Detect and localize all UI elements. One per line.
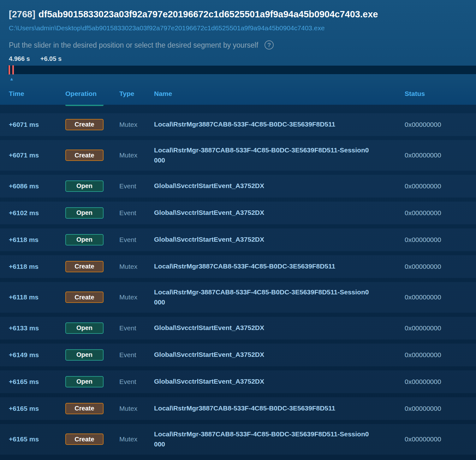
timeline-slider[interactable] (8, 66, 476, 74)
row-time: +6071 ms (0, 121, 65, 128)
row-name: Global\SvcctrlStartEvent_A3752DX (154, 208, 398, 218)
operation-button[interactable]: Create (65, 292, 104, 303)
table-row[interactable]: +6118 ms Create Mutex Local\RstrMgr-3887… (0, 282, 476, 313)
operation-button[interactable]: Create (65, 261, 104, 272)
table-row[interactable]: +6071 ms Create Mutex Local\RstrMgr-3887… (0, 140, 476, 171)
column-header-type: Type (119, 90, 154, 97)
row-status: 0x00000000 (398, 324, 476, 332)
table-row[interactable]: +6118 ms Open Event Global\SvcctrlStartE… (0, 228, 476, 251)
slider-start-time-label: 4.966 s (9, 55, 30, 62)
page-title: [2768]df5ab9015833023a03f92a797e20196672… (0, 9, 476, 20)
row-status: 0x00000000 (398, 182, 476, 190)
row-status: 0x00000000 (398, 236, 476, 244)
row-name: Global\SvcctrlStartEvent_A3752DX (154, 376, 398, 387)
table-row[interactable]: +6165 ms Open Event Global\SvcctrlStartE… (0, 370, 476, 393)
column-header-name: Name (154, 89, 398, 99)
slider-range-label: +6.05 s (40, 55, 62, 62)
process-path-link[interactable]: C:\Users\admin\Desktop\df5ab9015833023a0… (0, 24, 476, 32)
operation-button[interactable]: Open (65, 207, 104, 219)
row-name: Global\SvcctrlStartEvent_A3752DX (154, 234, 398, 245)
column-header-operation: Operation (65, 90, 119, 97)
row-status: 0x00000000 (398, 293, 476, 301)
operation-button[interactable]: Open (65, 180, 104, 192)
row-time: +6165 ms (0, 405, 65, 412)
column-header-status: Status (398, 90, 476, 97)
table-row[interactable]: +6071 ms Create Mutex Local\RstrMgr3887C… (0, 113, 476, 136)
row-status: 0x00000000 (398, 405, 476, 412)
row-name: Local\RstrMgr-3887CAB8-533F-4C85-B0DC-3E… (154, 145, 398, 166)
row-time: +6086 ms (0, 182, 65, 190)
operation-button[interactable]: Create (65, 150, 104, 161)
operation-button[interactable]: Open (65, 234, 104, 245)
row-time: +6118 ms (0, 263, 65, 270)
row-type: Event (119, 378, 154, 386)
row-type: Event (119, 351, 154, 359)
row-name: Local\RstrMgr-3887CAB8-533F-4C85-B0DC-3E… (154, 287, 398, 308)
table-row[interactable]: +6118 ms Create Mutex Local\RstrMgr3887C… (0, 255, 476, 278)
row-name: Local\RstrMgr-3887CAB8-533F-4C85-B0DC-3E… (154, 429, 398, 450)
row-type: Mutex (119, 405, 154, 412)
process-pid: [2768] (9, 9, 35, 19)
process-events-panel: [2768]df5ab9015833023a03f92a797e20196672… (0, 0, 476, 460)
collapse-arrow-icon[interactable]: ▲ (9, 77, 17, 81)
row-name: Global\SvcctrlStartEvent_A3752DX (154, 323, 398, 333)
process-header: [2768]df5ab9015833023a03f92a797e20196672… (0, 0, 476, 105)
row-type: Mutex (119, 151, 154, 159)
row-status: 0x00000000 (398, 121, 476, 128)
operation-button[interactable]: Create (65, 119, 104, 130)
help-icon[interactable]: ? (265, 40, 274, 50)
row-status: 0x00000000 (398, 435, 476, 443)
row-type: Event (119, 236, 154, 244)
row-time: +6133 ms (0, 324, 65, 332)
row-status: 0x00000000 (398, 378, 476, 386)
row-name: Local\RstrMgr3887CAB8-533F-4C85-B0DC-3E5… (154, 261, 398, 272)
slider-handle-end[interactable] (12, 65, 14, 74)
row-status: 0x00000000 (398, 209, 476, 217)
row-status: 0x00000000 (398, 151, 476, 159)
table-row[interactable]: +6133 ms Open Event Global\SvcctrlStartE… (0, 317, 476, 339)
column-header-time: Time (0, 90, 65, 97)
cutoff-open-button-edge (65, 105, 104, 106)
row-time: +6165 ms (0, 435, 65, 443)
row-type: Event (119, 182, 154, 190)
table-row[interactable]: +6086 ms Open Event Global\SvcctrlStartE… (0, 175, 476, 198)
process-name: df5ab9015833023a03f92a797e20196672c1d652… (39, 9, 378, 19)
operation-button[interactable]: Open (65, 376, 104, 387)
row-type: Mutex (119, 263, 154, 270)
row-status: 0x00000000 (398, 351, 476, 359)
row-time: +6071 ms (0, 151, 65, 159)
row-time: +6149 ms (0, 351, 65, 359)
row-type: Event (119, 209, 154, 217)
row-time: +6118 ms (0, 293, 65, 301)
row-time: +6118 ms (0, 236, 65, 244)
events-table: +6071 ms Create Mutex Local\RstrMgr3887C… (0, 105, 476, 455)
row-status: 0x00000000 (398, 263, 476, 270)
table-row[interactable]: +6149 ms Open Event Global\SvcctrlStartE… (0, 344, 476, 366)
row-name: Local\RstrMgr3887CAB8-533F-4C85-B0DC-3E5… (154, 119, 398, 130)
row-type: Event (119, 324, 154, 332)
operation-button[interactable]: Create (65, 433, 104, 445)
slider-handle-start[interactable] (9, 65, 10, 74)
operation-button[interactable]: Create (65, 403, 104, 414)
slider-hint-text: Put the slider in the desired position o… (9, 41, 258, 49)
table-row[interactable]: +6102 ms Open Event Global\SvcctrlStartE… (0, 202, 476, 224)
table-header: Time Operation Type Name Status (0, 82, 476, 105)
row-type: Mutex (119, 121, 154, 128)
row-name: Global\SvcctrlStartEvent_A3752DX (154, 181, 398, 191)
row-type: Mutex (119, 293, 154, 301)
row-time: +6165 ms (0, 378, 65, 386)
partially-scrolled-row (0, 105, 476, 113)
row-time: +6102 ms (0, 209, 65, 217)
row-name: Local\RstrMgr3887CAB8-533F-4C85-B0DC-3E5… (154, 403, 398, 414)
row-type: Mutex (119, 435, 154, 443)
table-row[interactable]: +6165 ms Create Mutex Local\RstrMgr-3887… (0, 424, 476, 455)
row-name: Global\SvcctrlStartEvent_A3752DX (154, 350, 398, 360)
operation-button[interactable]: Open (65, 322, 104, 334)
operation-button[interactable]: Open (65, 349, 104, 361)
table-row[interactable]: +6165 ms Create Mutex Local\RstrMgr3887C… (0, 397, 476, 420)
